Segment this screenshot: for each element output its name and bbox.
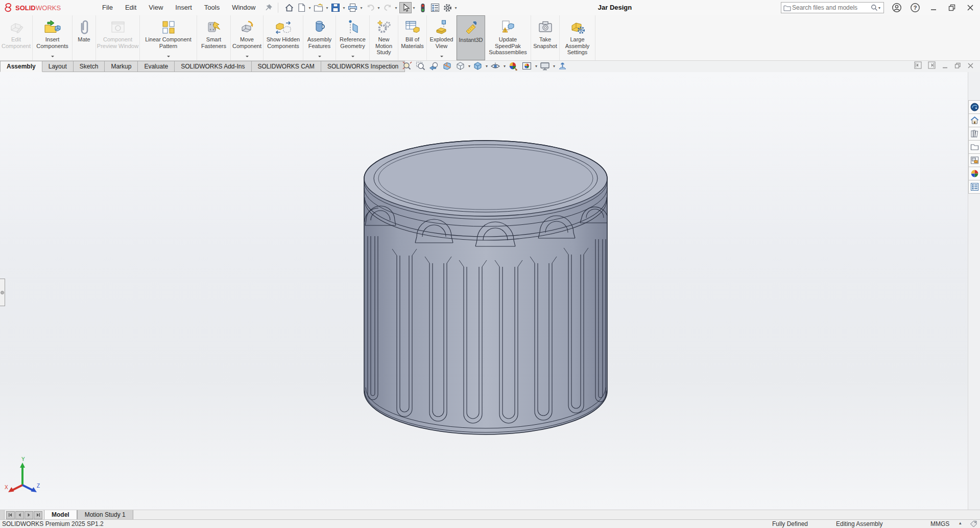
chevron-down-icon[interactable]: ▾ [308,6,310,10]
apply-scene-button[interactable] [521,61,533,71]
chevron-down-icon[interactable]: ▾ [378,6,380,10]
chevron-down-icon[interactable]: ▾ [395,6,397,10]
hide-show-items-button[interactable] [489,61,501,71]
doc-restore-button[interactable] [954,62,961,71]
menu-view[interactable]: View [142,0,169,15]
model-tab[interactable]: Model [44,510,77,520]
ribbon-button-linear-component-pattern[interactable]: Linear Component Pattern [140,15,197,60]
zoom-to-fit-button[interactable] [401,61,413,71]
view-palette-button[interactable] [968,154,980,167]
chevron-down-icon[interactable]: ▾ [468,64,470,68]
select-tool-button[interactable] [399,2,412,13]
pin-menu-icon[interactable] [265,4,273,12]
ribbon-button-bill-of-materials[interactable]: Bill of Materials [398,15,427,60]
ribbon-button-show-hidden-components[interactable]: Show Hidden Components [264,15,303,60]
menu-file[interactable]: File [96,0,119,15]
view-orientation-button[interactable] [455,61,466,71]
print-button[interactable] [347,2,358,13]
chevron-down-icon[interactable] [440,56,443,59]
menu-tools[interactable]: Tools [198,0,226,15]
first-tab-button[interactable] [6,511,15,519]
search-icon[interactable] [871,4,878,11]
options-button[interactable] [442,2,453,14]
chevron-down-icon[interactable]: ▾ [878,6,880,10]
units-selector[interactable]: MMGS [930,520,949,527]
3dexperience-button[interactable] [968,100,980,114]
menu-edit[interactable]: Edit [119,0,142,15]
file-properties-button[interactable] [429,2,441,13]
doc-close-button[interactable] [967,62,974,71]
design-library-button[interactable] [968,127,980,141]
last-tab-button[interactable] [34,511,42,519]
zoom-to-area-button[interactable] [415,61,426,71]
tag-icon[interactable] [970,520,977,528]
chevron-down-icon[interactable] [167,56,170,59]
chevron-down-icon[interactable]: ▾ [343,6,345,10]
rebuild-button[interactable] [417,2,428,14]
ribbon-button-exploded-view[interactable]: Exploded View [427,15,457,60]
menu-insert[interactable]: Insert [169,0,198,15]
redo-button[interactable] [382,3,394,13]
close-button[interactable] [965,2,976,13]
ribbon-button-edit-component[interactable]: Edit Component [0,15,33,60]
3d-drawing-view-button[interactable] [557,61,568,71]
chevron-down-icon[interactable]: ▾ [504,64,506,68]
new-document-button[interactable] [296,2,307,13]
pane-splitter-grip[interactable] [0,510,5,520]
tab-evaluate[interactable]: Evaluate [138,61,175,72]
display-style-button[interactable] [472,61,484,71]
doc-minimize-button[interactable] [942,62,948,71]
appearances-scenes-button[interactable] [968,167,980,180]
chevron-down-icon[interactable] [51,56,54,59]
section-view-button[interactable] [441,61,453,71]
minimize-button[interactable] [928,2,939,13]
collapsed-panel-tab[interactable] [0,279,5,306]
ribbon-button-instant3d[interactable]: Instant3D [457,15,485,60]
ribbon-button-new-motion-study[interactable]: New Motion Study [370,15,398,60]
motion-study-tab[interactable]: Motion Study 1 [77,510,133,520]
menu-window[interactable]: Window [226,0,261,15]
search-input[interactable] [791,4,871,12]
chevron-down-icon[interactable] [246,56,249,59]
ribbon-button-smart-fasteners[interactable]: Smart Fasteners [197,15,231,60]
edit-appearance-button[interactable] [507,61,519,71]
search-box[interactable]: ▾ [781,2,884,13]
ribbon-button-large-assembly-settings[interactable]: Large Assembly Settings [560,15,595,60]
ribbon-button-reference-geometry[interactable]: Reference Geometry [336,15,370,60]
graphics-area[interactable]: Y X Z [0,72,980,510]
chevron-down-icon[interactable]: ▾ [486,64,488,68]
next-tab-button[interactable] [25,511,33,519]
account-button[interactable] [891,2,902,13]
tab-layout[interactable]: Layout [42,61,74,72]
ribbon-button-component-preview-window[interactable]: Component Preview Window [96,15,140,60]
collapse-pane-right-button[interactable] [928,61,936,71]
ribbon-button-move-component[interactable]: Move Component [231,15,264,60]
tab-solidworks-inspection[interactable]: SOLIDWORKS Inspection [321,61,405,72]
ribbon-button-insert-components[interactable]: Insert Components [33,15,73,60]
tab-sketch[interactable]: Sketch [74,61,105,72]
previous-view-button[interactable] [428,61,440,71]
undo-button[interactable] [365,3,376,13]
chevron-down-icon[interactable]: ▾ [326,6,328,10]
restore-button[interactable] [946,2,958,13]
custom-properties-button[interactable] [968,180,980,194]
chevron-down-icon[interactable] [351,56,354,59]
home-button[interactable] [283,2,295,14]
jar-3d-model[interactable] [0,72,980,510]
tab-markup[interactable]: Markup [105,61,138,72]
file-explorer-button[interactable] [968,141,980,154]
open-button[interactable] [313,3,324,13]
chevron-down-icon[interactable]: ▾ [455,6,457,10]
chevron-down-icon[interactable]: ▾ [413,6,415,10]
chevron-up-icon[interactable]: ▴ [959,520,962,525]
chevron-down-icon[interactable]: ▾ [360,6,362,10]
previous-tab-button[interactable] [15,511,24,519]
help-button[interactable]: ? [910,2,921,13]
chevron-down-icon[interactable]: ▾ [535,64,537,68]
chevron-down-icon[interactable]: ▾ [553,64,555,68]
ribbon-button-update-speedpak-subassemblies[interactable]: Update SpeedPak Subassemblies [485,15,531,60]
tab-assembly[interactable]: Assembly [0,61,42,72]
ribbon-button-assembly-features[interactable]: Assembly Features [303,15,336,60]
ribbon-button-take-snapshot[interactable]: Take Snapshot [531,15,560,60]
tab-solidworks-cam[interactable]: SOLIDWORKS CAM [252,61,321,72]
